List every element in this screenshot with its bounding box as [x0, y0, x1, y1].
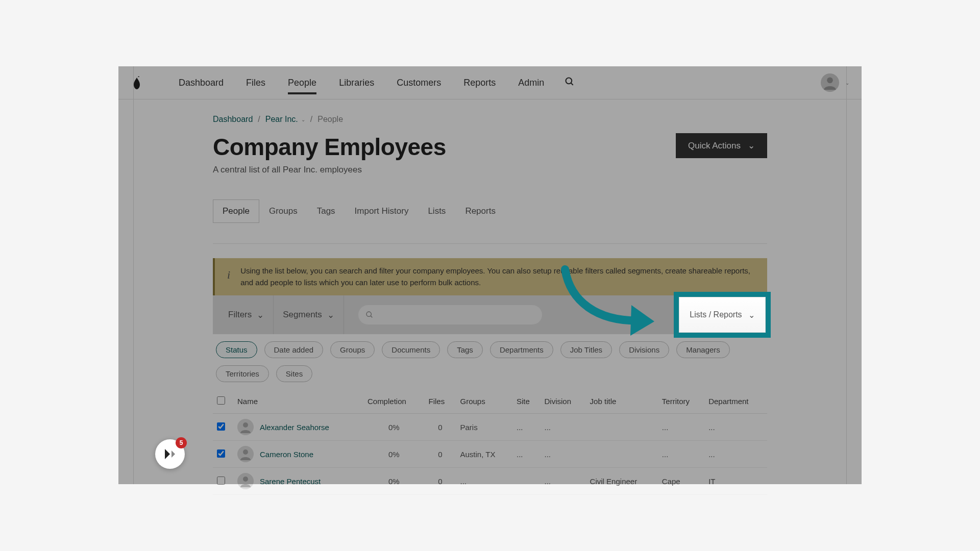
cell-department: IT: [704, 468, 767, 495]
cell-department: ...: [704, 441, 767, 468]
top-navigation: DashboardFilesPeopleLibrariesCustomersRe…: [118, 66, 862, 99]
cell-territory: ...: [658, 414, 704, 441]
nav-link-dashboard[interactable]: Dashboard: [179, 67, 224, 98]
filter-chip-sites[interactable]: Sites: [276, 365, 312, 382]
quick-actions-button[interactable]: Quick Actions ⌄: [676, 133, 767, 158]
cell-job: [586, 441, 658, 468]
filter-chip-status[interactable]: Status: [216, 341, 257, 358]
table-row: Cameron Stone0%0Austin, TX............: [213, 441, 767, 468]
nav-link-reports[interactable]: Reports: [463, 67, 496, 98]
filter-chip-territories[interactable]: Territories: [216, 365, 269, 382]
filter-chip-tags[interactable]: Tags: [447, 341, 483, 358]
cell-completion: 0%: [363, 468, 425, 495]
row-checkbox[interactable]: [217, 477, 225, 485]
nav-link-libraries[interactable]: Libraries: [339, 67, 374, 98]
table-row: Alexander Seahorse0%0Paris............: [213, 414, 767, 441]
svg-point-6: [243, 449, 248, 455]
lists-reports-button[interactable]: Lists / Reports ⌄: [679, 297, 766, 333]
chat-icon: [162, 446, 178, 462]
column-header[interactable]: Name: [233, 389, 363, 414]
chevron-down-icon: ⌄: [748, 140, 755, 151]
segments-label: Segments: [283, 310, 322, 320]
filters-dropdown[interactable]: Filters ⌄: [228, 295, 274, 334]
filter-chip-managers[interactable]: Managers: [676, 341, 730, 358]
svg-point-2: [827, 78, 833, 84]
search-icon[interactable]: [565, 77, 575, 89]
person-avatar-icon: [237, 419, 254, 435]
employee-name-link[interactable]: Sarene Pentecust: [260, 477, 321, 486]
column-header[interactable]: Completion: [363, 389, 425, 414]
nav-link-files[interactable]: Files: [246, 67, 265, 98]
column-header[interactable]: Files: [425, 389, 456, 414]
tab-groups[interactable]: Groups: [259, 199, 307, 223]
person-avatar-icon: [237, 446, 254, 462]
cell-division: ...: [540, 468, 585, 495]
breadcrumb-current: People: [317, 115, 343, 124]
chat-widget[interactable]: 5: [155, 439, 185, 469]
svg-line-1: [571, 83, 573, 85]
svg-point-3: [366, 312, 371, 316]
filter-chip-departments[interactable]: Departments: [490, 341, 553, 358]
chevron-down-icon: ⌄: [301, 117, 305, 122]
svg-point-7: [243, 477, 248, 482]
column-header[interactable]: Department: [704, 389, 767, 414]
column-header[interactable]: Site: [512, 389, 540, 414]
segments-dropdown[interactable]: Segments ⌄: [274, 295, 344, 334]
pear-logo-icon: [131, 76, 143, 90]
column-header[interactable]: Groups: [456, 389, 513, 414]
filter-chip-date-added[interactable]: Date added: [264, 341, 324, 358]
svg-point-0: [566, 78, 572, 84]
cell-department: ...: [704, 414, 767, 441]
chevron-down-icon: ⌄: [845, 80, 849, 86]
cell-groups: Austin, TX: [456, 441, 513, 468]
svg-line-4: [371, 316, 372, 317]
cell-groups: Paris: [456, 414, 513, 441]
tab-import-history[interactable]: Import History: [345, 199, 419, 223]
tab-tags[interactable]: Tags: [307, 199, 345, 223]
nav-link-customers[interactable]: Customers: [397, 67, 441, 98]
cell-completion: 0%: [363, 414, 425, 441]
cell-files: 0: [425, 414, 456, 441]
chevron-down-icon: ⌄: [327, 310, 334, 320]
nav-link-admin[interactable]: Admin: [518, 67, 544, 98]
cell-site: [512, 468, 540, 495]
tab-reports[interactable]: Reports: [455, 199, 505, 223]
info-icon: i: [227, 265, 230, 283]
employee-name-link[interactable]: Cameron Stone: [260, 450, 313, 459]
chevron-down-icon: ⌄: [748, 310, 755, 320]
table-row: Sarene Pentecust0%0......Civil EngineerC…: [213, 468, 767, 495]
filters-label: Filters: [228, 310, 252, 320]
annotation-arrow-icon: [555, 264, 667, 351]
breadcrumb: Dashboard/Pear Inc.⌄/People: [213, 115, 767, 124]
breadcrumb-link[interactable]: Dashboard: [213, 115, 253, 123]
user-avatar-icon: [821, 73, 839, 92]
cell-groups: ...: [456, 468, 513, 495]
tab-people[interactable]: People: [213, 199, 259, 223]
employee-name-link[interactable]: Alexander Seahorse: [260, 423, 329, 432]
tab-lists[interactable]: Lists: [418, 199, 455, 223]
select-all-checkbox[interactable]: [217, 396, 225, 405]
employees-table: NameCompletionFilesGroupsSiteDivisionJob…: [213, 389, 767, 495]
page-subtitle: A central list of all Pear Inc. employee…: [213, 165, 767, 175]
lists-reports-highlight: Lists / Reports ⌄: [674, 292, 771, 338]
cell-division: ...: [540, 441, 585, 468]
cell-site: ...: [512, 441, 540, 468]
breadcrumb-link[interactable]: Pear Inc.: [265, 115, 298, 124]
chat-notification-badge: 5: [176, 437, 187, 448]
person-avatar-icon: [237, 473, 254, 489]
chevron-down-icon: ⌄: [257, 310, 264, 320]
user-menu[interactable]: ⌄: [821, 73, 849, 92]
filter-chip-documents[interactable]: Documents: [382, 341, 440, 358]
row-checkbox[interactable]: [217, 449, 225, 458]
search-input[interactable]: [358, 305, 542, 324]
cell-files: 0: [425, 468, 456, 495]
cell-territory: Cape: [658, 468, 704, 495]
cell-completion: 0%: [363, 441, 425, 468]
column-header[interactable]: Division: [540, 389, 585, 414]
info-banner-text: Using the list below, you can search and…: [240, 265, 755, 288]
column-header[interactable]: Territory: [658, 389, 704, 414]
nav-link-people[interactable]: People: [288, 67, 316, 98]
row-checkbox[interactable]: [217, 422, 225, 431]
filter-chip-groups[interactable]: Groups: [330, 341, 375, 358]
column-header[interactable]: Job title: [586, 389, 658, 414]
